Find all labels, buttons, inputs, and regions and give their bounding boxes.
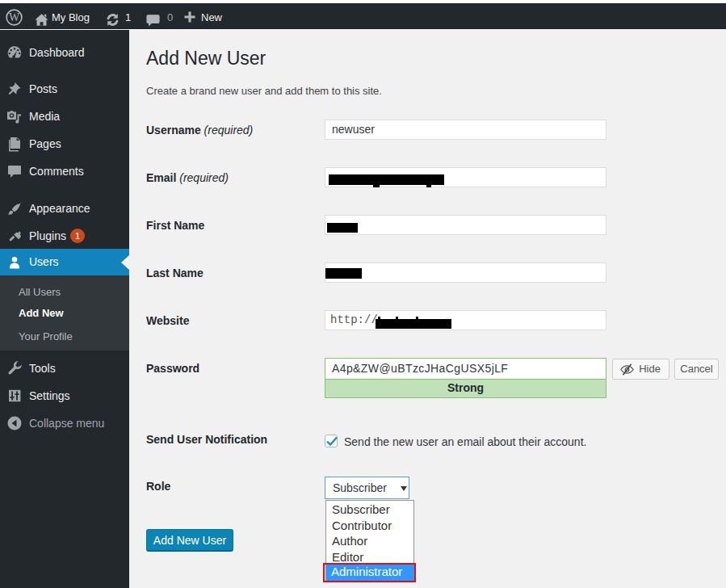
svg-text:W: W — [9, 11, 20, 23]
